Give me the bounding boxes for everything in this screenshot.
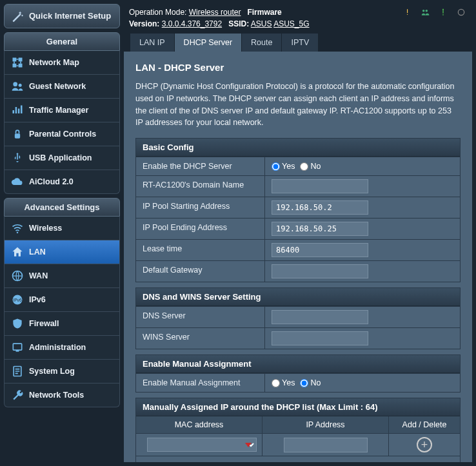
- tab-route[interactable]: Route: [242, 34, 282, 52]
- ip-address-input[interactable]: [284, 438, 368, 452]
- wins-server-label: WINS Server: [136, 328, 265, 349]
- svg-text:IPv6: IPv6: [13, 298, 22, 302]
- tab-bar: LAN IP DHCP Server Route IPTV: [124, 34, 472, 52]
- manual-assignment-panel: Enable Manual Assignment Enable Manual A…: [135, 354, 461, 393]
- manual-list-header: Manually Assigned IP around the DHCP lis…: [136, 398, 460, 416]
- guest-network-icon: [11, 80, 24, 93]
- sidebar-item-usb-application[interactable]: USB Application: [4, 146, 120, 170]
- svg-point-16: [458, 9, 464, 15]
- sidebar-item-system-log[interactable]: System Log: [4, 360, 120, 383]
- dns-server-input[interactable]: [272, 310, 368, 324]
- manual-assignment-header: Enable Manual Assignment: [136, 355, 460, 373]
- lan-icon: [11, 246, 24, 258]
- globe-status-icon[interactable]: [455, 8, 467, 17]
- svg-point-5: [19, 84, 22, 87]
- sidebar-item-firewall[interactable]: Firewall: [4, 312, 120, 336]
- sidebar-item-aicloud[interactable]: AiCloud 2.0: [4, 170, 120, 194]
- svg-rect-3: [19, 64, 23, 68]
- ipv6-icon: IPv6: [11, 293, 24, 306]
- op-mode-link[interactable]: Wireless router: [189, 8, 241, 17]
- sidebar-item-administration[interactable]: Administration: [4, 336, 120, 360]
- add-entry-button[interactable]: +: [417, 437, 432, 452]
- col-ip-header: IP Address: [263, 416, 389, 433]
- network-map-icon: [11, 56, 24, 69]
- sidebar-item-parental-controls[interactable]: Parental Controls: [4, 122, 120, 146]
- op-mode-label: Operation Mode:: [129, 8, 186, 17]
- domain-name-label: RT-AC1200's Domain Name: [136, 176, 265, 197]
- network-tools-icon: [11, 389, 24, 402]
- section-advanced-header: Advanced Settings: [4, 198, 120, 217]
- enable-dhcp-no[interactable]: No: [300, 162, 321, 171]
- quick-internet-setup-button[interactable]: Quick Internet Setup: [4, 4, 120, 28]
- dns-server-label: DNS Server: [136, 307, 265, 327]
- traffic-manager-icon: [11, 104, 24, 117]
- ssid-label: SSID:: [228, 19, 249, 28]
- wan-icon: [11, 269, 24, 282]
- tab-lan-ip[interactable]: LAN IP: [130, 34, 175, 52]
- firewall-icon: [11, 317, 24, 330]
- parental-controls-icon: [11, 128, 24, 141]
- lease-time-input[interactable]: [272, 243, 368, 257]
- page-title: LAN - DHCP Server: [135, 62, 461, 73]
- svg-rect-1: [19, 58, 23, 62]
- manual-enable-yes[interactable]: Yes: [272, 378, 295, 387]
- wand-icon: [11, 10, 24, 23]
- sidebar-item-wan[interactable]: WAN: [4, 264, 120, 288]
- clients-icon[interactable]: [419, 8, 431, 17]
- administration-icon: [11, 341, 24, 354]
- mac-address-select[interactable]: [147, 438, 257, 452]
- wireless-icon: [11, 222, 24, 235]
- firmware-link[interactable]: 3.0.0.4.376_3792: [162, 19, 222, 28]
- topbar: Operation Mode: Wireless router Firmware…: [124, 4, 472, 32]
- basic-config-header: Basic Config: [136, 139, 460, 157]
- sidebar-item-lan[interactable]: LAN: [4, 240, 120, 264]
- manual-list-panel: Manually Assigned IP around the DHCP lis…: [135, 398, 461, 462]
- pool-start-label: IP Pool Starting Address: [136, 197, 265, 218]
- sidebar-item-ipv6[interactable]: IPv6 IPv6: [4, 288, 120, 312]
- col-mac-header: MAC address: [136, 416, 263, 433]
- svg-rect-0: [13, 58, 17, 62]
- svg-point-14: [422, 10, 425, 12]
- domain-name-input[interactable]: [272, 179, 368, 193]
- sidebar-item-network-tools[interactable]: Network Tools: [4, 383, 120, 407]
- sidebar-item-network-map[interactable]: Network Map: [4, 51, 120, 75]
- manual-enable-label: Enable Manual Assignment: [136, 374, 265, 392]
- svg-rect-11: [13, 344, 21, 350]
- alert-icon[interactable]: [401, 8, 413, 17]
- usb-status-icon[interactable]: [437, 8, 449, 17]
- qis-label: Quick Internet Setup: [29, 12, 111, 21]
- tab-iptv[interactable]: IPTV: [282, 34, 319, 52]
- basic-config-panel: Basic Config Enable the DHCP Server Yes …: [135, 138, 461, 282]
- usb-application-icon: [11, 151, 24, 164]
- aicloud-icon: [11, 175, 24, 188]
- tab-dhcp-server[interactable]: DHCP Server: [175, 34, 242, 52]
- pool-end-input[interactable]: [272, 222, 368, 236]
- sidebar-item-wireless[interactable]: Wireless: [4, 217, 120, 240]
- pool-start-input[interactable]: [272, 200, 368, 215]
- system-log-icon: [11, 365, 24, 378]
- ssid2-link[interactable]: ASUS_5G: [273, 19, 309, 28]
- wins-server-input[interactable]: [272, 331, 368, 345]
- firmware-label-word: Firmware: [247, 8, 281, 17]
- page-description: DHCP (Dynamic Host Configuration Protoco…: [135, 81, 461, 129]
- svg-point-7: [17, 231, 19, 233]
- manual-enable-no[interactable]: No: [300, 378, 321, 387]
- default-gateway-label: Default Gateway: [136, 261, 265, 282]
- col-action-header: Add / Delete: [389, 416, 460, 433]
- svg-rect-12: [16, 351, 19, 352]
- sidebar-item-traffic-manager[interactable]: Traffic Manager: [4, 99, 120, 122]
- ssid1-link[interactable]: ASUS: [251, 19, 272, 28]
- version-label-word: Version:: [129, 19, 159, 28]
- svg-point-15: [426, 10, 428, 12]
- enable-dhcp-label: Enable the DHCP Server: [136, 157, 265, 175]
- dns-wins-panel: DNS and WINS Server Setting DNS Server W…: [135, 287, 461, 349]
- enable-dhcp-yes[interactable]: Yes: [272, 162, 295, 171]
- sidebar-item-guest-network[interactable]: Guest Network: [4, 75, 120, 99]
- dns-wins-header: DNS and WINS Server Setting: [136, 288, 460, 306]
- no-data-message: No data in table.: [136, 456, 460, 462]
- pool-end-label: IP Pool Ending Address: [136, 218, 265, 239]
- default-gateway-input[interactable]: [272, 264, 368, 278]
- svg-rect-2: [13, 64, 17, 68]
- svg-rect-6: [15, 133, 20, 139]
- section-general-header: General: [4, 32, 120, 51]
